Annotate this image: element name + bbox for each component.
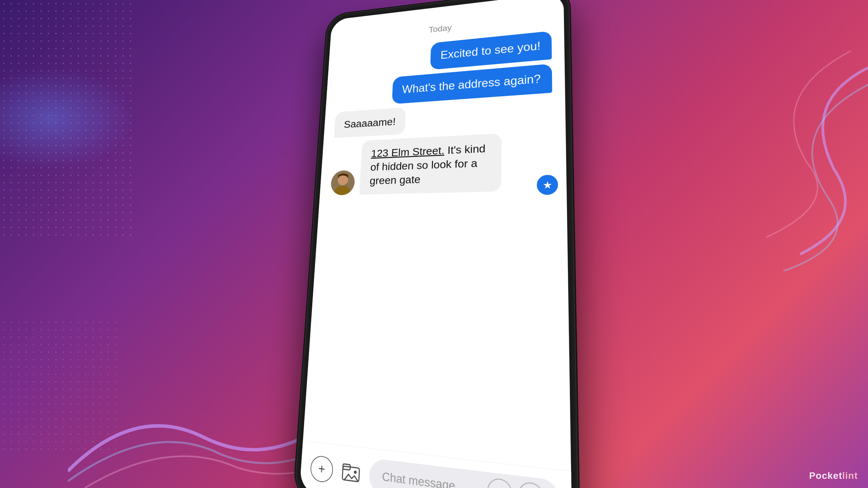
- chat-input-placeholder: Chat message: [378, 469, 455, 488]
- messages-list: Excited to see you! What's the address a…: [314, 31, 557, 469]
- message-with-reaction: 123 Elm Street. It's kind of hidden so l…: [359, 130, 553, 195]
- phone-screen: Today Excited to see you! What's the add…: [299, 0, 572, 488]
- message-row-2: 123 Elm Street. It's kind of hidden so l…: [330, 130, 553, 195]
- avatar: [330, 170, 355, 196]
- swirl-right: [665, 34, 868, 271]
- chat-area: Today Excited to see you! What's the add…: [303, 7, 571, 471]
- media-icon: [341, 463, 360, 483]
- message-received-2: 123 Elm Street. It's kind of hidden so l…: [359, 133, 501, 195]
- plus-icon: +: [318, 461, 326, 477]
- emoji-button[interactable]: ☺: [487, 477, 512, 488]
- svg-point-5: [354, 470, 357, 474]
- star-reaction: ★: [536, 174, 559, 196]
- message-sent-2: What's the address again?: [392, 64, 552, 104]
- watermark: Pocketlint: [809, 470, 858, 481]
- media-button[interactable]: [339, 458, 363, 488]
- message-link: 123 Elm Street.: [371, 144, 445, 159]
- phone-device: Today Excited to see you! What's the add…: [295, 0, 578, 488]
- mic-button[interactable]: [518, 481, 544, 488]
- phone-body: Today Excited to see you! What's the add…: [295, 0, 578, 488]
- emoji-icon: ☺: [493, 483, 506, 488]
- add-button[interactable]: +: [310, 454, 334, 483]
- input-right-icons: ☺: [487, 477, 544, 488]
- message-sent-1: Excited to see you!: [430, 31, 552, 70]
- message-received-1: Saaaaame!: [334, 107, 406, 138]
- watermark-lint: lint: [842, 470, 858, 481]
- watermark-pocket: Pocket: [809, 470, 842, 481]
